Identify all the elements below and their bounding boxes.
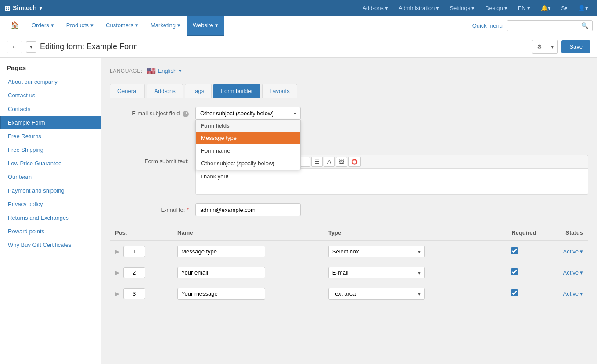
nav-products[interactable]: Products ▾ [60,16,100,36]
name-input-3[interactable] [177,288,265,300]
tab-addons[interactable]: Add-ons [147,84,183,98]
rte-font-btn[interactable]: A [324,157,335,167]
status-dropdown-2[interactable]: Active ▾ [547,269,583,276]
language-value: English [158,68,177,74]
top-nav-user[interactable]: 👤▾ [574,3,593,13]
tab-form-builder[interactable]: Form builder [213,84,260,98]
dropdown-option-form-name[interactable]: Form name [196,144,300,157]
name-input-2[interactable] [177,267,265,278]
rte-image-btn[interactable]: 🖼 [336,157,347,167]
type-select-3[interactable]: Text area [328,288,425,300]
dropdown-option-message-type[interactable]: Message type [196,132,300,144]
sidebar-item-free-shipping[interactable]: Free Shipping [0,143,101,157]
type-select-1[interactable]: Select box [328,246,425,257]
nav-marketing[interactable]: Marketing ▾ [144,16,187,36]
brand-name: Simtech [13,4,36,11]
sidebar-item-gift[interactable]: Why Buy Gift Certificates [0,238,101,252]
email-to-row: E-mail to: * [110,203,588,216]
sidebar-item-reward[interactable]: Reward points [0,225,101,238]
email-to-label: E-mail to: * [110,203,189,213]
sidebar-item-low-price[interactable]: Low Price Guarantee [0,157,101,170]
table-row: ▶ E-mail [110,262,588,283]
pos-input-3[interactable] [123,288,145,299]
sidebar-item-privacy[interactable]: Privacy policy [0,197,101,211]
tab-bar: General Add-ons Tags Form builder Layout… [110,84,588,98]
top-nav-language[interactable]: EN▾ [514,3,535,13]
required-checkbox-3[interactable] [511,289,518,296]
rte-align-btn[interactable]: ☰ [311,157,323,167]
top-nav-addons[interactable]: Add-ons▾ [358,3,392,13]
sidebar-item-example-form[interactable]: Example Form [0,116,101,129]
sidebar-item-our-team[interactable]: Our team [0,170,101,184]
type-select-wrap-2: E-mail [328,267,425,278]
required-checkbox-2[interactable] [511,268,518,275]
top-nav-settings[interactable]: Settings▾ [445,3,479,13]
row-handle-1[interactable]: ▶ [115,248,119,255]
pos-input-1[interactable] [123,246,145,257]
col-name: Name [172,225,323,241]
fields-table: Pos. Name Type Required Status ▶ [110,225,588,304]
brand[interactable]: ⊞ Simtech ▾ [4,4,42,12]
form-submit-row: Form submit text: <> ¶ B I S ≡ ⊞ 🔗 — ☰ A… [110,155,588,195]
type-select-wrap-1: Select box [328,246,425,257]
sidebar-item-payment[interactable]: Payment and shipping [0,184,101,197]
email-subject-row: E-mail subject field ? Other subject (sp… [110,107,588,120]
tab-tags[interactable]: Tags [185,84,212,98]
top-bar: ⊞ Simtech ▾ Add-ons▾ Administration▾ Set… [0,0,597,16]
search-input[interactable] [507,21,578,31]
sidebar-item-about[interactable]: About our company [0,75,101,89]
table-row: ▶ Text area [110,283,588,304]
tab-layouts[interactable]: Layouts [262,84,297,98]
top-nav-administration[interactable]: Administration▾ [394,3,443,13]
sidebar-item-contact[interactable]: Contact us [0,89,101,102]
email-subject-select-wrapper: Other subject (specify below) [195,107,301,120]
nav-home[interactable]: 🏠 [4,16,25,36]
top-nav-design[interactable]: Design▾ [481,3,511,13]
email-to-input[interactable] [195,203,301,216]
top-nav-notifications[interactable]: 🔔▾ [536,3,555,13]
col-status: Status [541,225,588,241]
top-nav-currency[interactable]: $▾ [557,3,572,13]
type-select-2[interactable]: E-mail [328,267,425,278]
language-dropdown-icon: ▾ [179,68,182,74]
form-settings-dropdown-button[interactable]: ▾ [547,40,558,54]
search-button[interactable]: 🔍 [578,21,592,31]
sidebar-item-free-returns[interactable]: Free Returns [0,129,101,143]
sidebar-item-returns[interactable]: Returns and Exchanges [0,211,101,225]
language-label: LANGUAGE: [110,68,143,74]
main-layout: Pages About our company Contact us Conta… [0,58,597,364]
title-bar: ← ▾ Editing form: Example Form ⚙ ▾ Save [0,36,597,58]
language-row: LANGUAGE: 🇺🇸 English ▾ [110,67,588,75]
nav-customers[interactable]: Customers ▾ [100,16,144,36]
back-button[interactable]: ← [7,41,22,53]
required-checkbox-1[interactable] [511,247,518,254]
sidebar: Pages About our company Contact us Conta… [0,58,101,364]
quick-menu-button[interactable]: Quick menu [472,22,503,29]
nav-website[interactable]: Website ▾ [187,16,224,36]
form-submit-label: Form submit text: [110,155,189,164]
status-dropdown-3[interactable]: Active ▾ [547,290,583,297]
col-type: Type [323,225,487,241]
rte-content[interactable]: Thank you! [195,168,588,195]
sidebar-title: Pages [0,58,101,75]
rte-media-btn[interactable]: ⭕ [348,157,361,167]
col-required: Required [487,225,541,241]
form-settings-button[interactable]: ⚙ [532,40,547,54]
status-dropdown-1[interactable]: Active ▾ [547,248,583,255]
language-select[interactable]: 🇺🇸 English ▾ [147,67,182,75]
help-icon[interactable]: ? [183,111,189,117]
title-dropdown-button[interactable]: ▾ [26,41,36,53]
pos-input-2[interactable] [123,267,145,278]
row-handle-2[interactable]: ▶ [115,269,119,276]
dropdown-option-other-subject[interactable]: Other subject (specify below) [196,157,300,170]
row-handle-3[interactable]: ▶ [115,290,119,297]
sidebar-item-contacts[interactable]: Contacts [0,102,101,116]
nav-right: Quick menu 🔍 [472,20,593,31]
nav-orders[interactable]: Orders ▾ [25,16,60,36]
name-input-1[interactable] [177,246,265,257]
page-title: Editing form: Example Form [40,42,529,51]
email-subject-control: Other subject (specify below) Form field… [195,107,588,120]
email-subject-select[interactable]: Other subject (specify below) [195,107,301,120]
tab-general[interactable]: General [110,84,145,98]
save-button[interactable]: Save [561,40,590,53]
